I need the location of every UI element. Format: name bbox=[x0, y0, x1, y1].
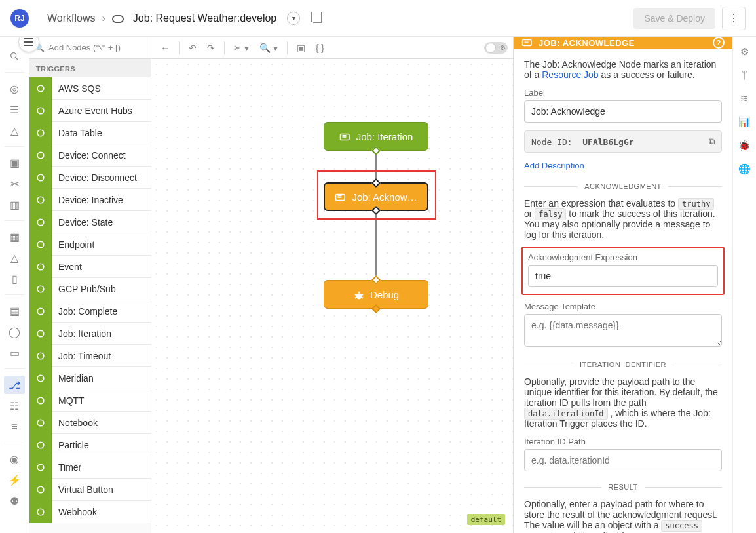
svg-point-13 bbox=[37, 330, 44, 337]
label-field-label: Label bbox=[524, 88, 722, 98]
grid-icon[interactable]: ▦ bbox=[4, 227, 25, 246]
node-label: Job: Acknow… bbox=[352, 191, 417, 203]
palette-node-label: Device: State bbox=[52, 217, 113, 227]
node-type-icon bbox=[29, 211, 52, 233]
node-job-acknowledge[interactable]: Job: Acknow… bbox=[324, 182, 428, 211]
palette-node[interactable]: Event bbox=[29, 256, 151, 278]
avatar[interactable]: RJ bbox=[10, 9, 29, 28]
svg-point-19 bbox=[37, 464, 44, 471]
palette-node[interactable]: Virtual Button bbox=[29, 479, 151, 501]
gear-icon: ⚙ bbox=[500, 44, 506, 51]
breadcrumb-root[interactable]: Workflows bbox=[47, 12, 96, 24]
power-icon[interactable]: ◯ bbox=[4, 323, 25, 341]
palette-node[interactable]: Webhook bbox=[29, 501, 151, 523]
workflow-icon[interactable]: ⎇ bbox=[4, 376, 25, 394]
more-menu-button[interactable]: ⋮ bbox=[722, 7, 746, 30]
zoom-button[interactable]: 🔍 ▾ bbox=[255, 40, 282, 56]
resource-job-link[interactable]: Resource Job bbox=[542, 69, 598, 80]
palette-node[interactable]: Device: Inactive bbox=[29, 189, 151, 211]
chart-icon[interactable]: 📊 bbox=[738, 116, 751, 128]
node-id-box: Node ID: UFAlB6LgGr ⧉ bbox=[524, 130, 722, 153]
palette-node[interactable]: Device: State bbox=[29, 211, 151, 233]
bug-icon[interactable]: 🐞 bbox=[738, 140, 751, 151]
palette-node[interactable]: Notebook bbox=[29, 412, 151, 434]
copy-node-id-icon[interactable]: ⧉ bbox=[709, 136, 715, 147]
flame-icon[interactable]: ◉ bbox=[4, 450, 25, 468]
node-type-icon bbox=[29, 256, 52, 278]
palette-node[interactable]: Device: Disconnect bbox=[29, 167, 151, 189]
palette-node[interactable]: GCP Pub/Sub bbox=[29, 278, 151, 300]
sliders-icon[interactable]: ☷ bbox=[4, 397, 25, 415]
node-type-icon bbox=[29, 501, 52, 523]
lightning-icon[interactable]: ⚡ bbox=[4, 471, 25, 489]
message-template-input[interactable] bbox=[524, 314, 722, 347]
gauge-icon[interactable]: ◎ bbox=[4, 79, 25, 98]
node-debug[interactable]: Debug bbox=[324, 280, 428, 309]
node-type-icon bbox=[29, 412, 52, 434]
palette-node[interactable]: MQTT bbox=[29, 389, 151, 412]
palette-node-label: Job: Complete bbox=[52, 306, 117, 317]
palette-node[interactable]: Timer bbox=[29, 456, 151, 479]
breadcrumb-current[interactable]: Job: Request Weather:develop bbox=[133, 12, 276, 24]
alert-icon[interactable]: △ bbox=[4, 121, 25, 140]
left-rail: ◎ ☰ △ ▣ ✂ ▥ ▦ △ ▯ ▤ ◯ ▭ ⎇ ☷ ≡ ◉ ⚡ ⚉ bbox=[0, 37, 29, 533]
squares-icon[interactable]: ▯ bbox=[4, 269, 25, 288]
canvas[interactable]: Job: Iteration Job: Acknow… bbox=[151, 59, 513, 533]
view-toggle[interactable]: ⚙ bbox=[484, 42, 508, 54]
panel-icon[interactable]: ▤ bbox=[4, 302, 25, 320]
help-icon[interactable]: ? bbox=[713, 37, 725, 49]
list-icon[interactable]: ≡ bbox=[4, 418, 25, 436]
node-palette: 🔍 Add Nodes (⌥ + [) TRIGGERS AWS SQSAzur… bbox=[29, 37, 151, 533]
node-label: Job: Iteration bbox=[356, 131, 413, 142]
palette-node[interactable]: Azure Event Hubs bbox=[29, 100, 151, 122]
terminal-icon[interactable]: ▥ bbox=[4, 195, 25, 214]
save-deploy-button[interactable]: Save & Deploy bbox=[633, 8, 715, 29]
branch-dropdown[interactable]: ▾ bbox=[287, 12, 300, 25]
stack-icon[interactable]: ☰ bbox=[4, 100, 25, 119]
node-type-icon bbox=[29, 144, 52, 167]
label-input[interactable] bbox=[524, 100, 722, 123]
add-note-button[interactable]: ▣ bbox=[293, 40, 309, 56]
chip-icon[interactable]: ▣ bbox=[4, 153, 25, 172]
tools-icon[interactable]: ✂ bbox=[4, 174, 25, 193]
svg-point-2 bbox=[37, 85, 44, 92]
cut-button[interactable]: ✂ ▾ bbox=[230, 40, 253, 56]
node-type-icon bbox=[29, 434, 52, 456]
users-icon[interactable]: ⚉ bbox=[4, 492, 25, 510]
node-job-iteration[interactable]: Job: Iteration bbox=[324, 122, 428, 151]
add-description-link[interactable]: Add Description bbox=[524, 161, 722, 170]
palette-node[interactable]: Meridian bbox=[29, 367, 151, 389]
triangle-icon[interactable]: △ bbox=[4, 248, 25, 267]
ack-expression-input[interactable] bbox=[528, 265, 718, 287]
undo-button[interactable]: ↶ bbox=[185, 40, 200, 56]
palette-node[interactable]: AWS SQS bbox=[29, 77, 151, 100]
node-type-icon bbox=[29, 479, 52, 501]
gear-icon[interactable]: ⚙ bbox=[740, 46, 749, 58]
globe-icon[interactable]: 🌐 bbox=[738, 163, 751, 175]
palette-node[interactable]: Job: Complete bbox=[29, 300, 151, 323]
redo-button[interactable]: ↷ bbox=[203, 40, 219, 56]
database-icon[interactable]: ≋ bbox=[740, 92, 749, 104]
palette-node[interactable]: Endpoint bbox=[29, 233, 151, 256]
palette-node[interactable]: Job: Iteration bbox=[29, 323, 151, 345]
svg-point-0 bbox=[11, 53, 16, 58]
node-type-icon bbox=[29, 300, 52, 323]
palette-node[interactable]: Device: Connect bbox=[29, 144, 151, 167]
palette-node-label: Timer bbox=[52, 462, 81, 473]
svg-point-17 bbox=[37, 420, 44, 426]
palette-node[interactable]: Particle bbox=[29, 434, 151, 456]
iter-path-input[interactable] bbox=[524, 449, 722, 471]
svg-point-4 bbox=[37, 130, 44, 136]
branch-icon[interactable]: ᛘ bbox=[742, 69, 747, 81]
code-button[interactable]: {·} bbox=[312, 40, 328, 56]
palette-node[interactable]: Job: Timeout bbox=[29, 345, 151, 367]
palette-node[interactable]: Data Table bbox=[29, 122, 151, 144]
book-icon[interactable]: ▭ bbox=[4, 344, 25, 362]
node-type-icon bbox=[29, 389, 52, 412]
node-type-icon bbox=[29, 77, 52, 100]
copy-icon[interactable] bbox=[313, 14, 322, 23]
palette-search[interactable]: 🔍 Add Nodes (⌥ + [) bbox=[29, 37, 151, 59]
svg-point-14 bbox=[37, 353, 44, 359]
svg-point-21 bbox=[37, 509, 44, 515]
back-button[interactable]: ← bbox=[157, 40, 174, 56]
